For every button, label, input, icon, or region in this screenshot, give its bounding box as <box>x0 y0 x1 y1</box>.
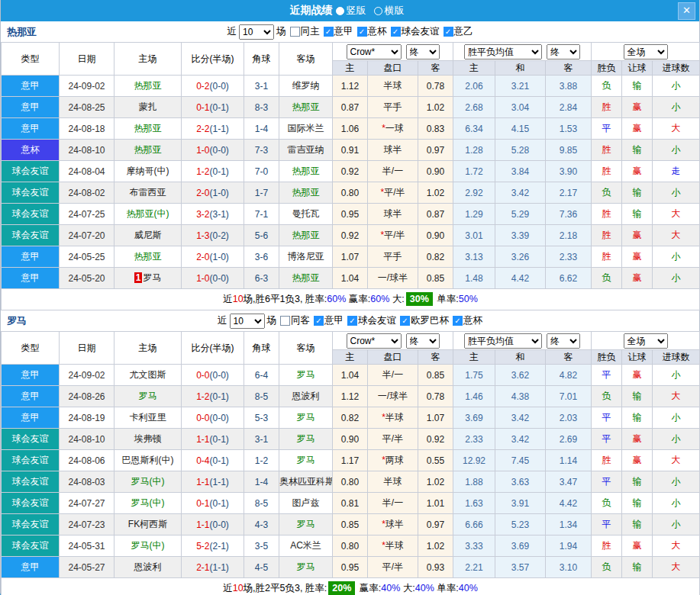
col-corner: 角球 <box>244 43 279 76</box>
vertical-layout-radio[interactable] <box>336 7 344 15</box>
away-team-name: 罗马 <box>297 519 315 529</box>
halftime-score: (2-1) <box>210 541 229 552</box>
goals-cell: 大 <box>653 204 700 225</box>
fulltime-score: 1-3 <box>196 230 209 241</box>
away-team: 热那亚 <box>279 161 333 182</box>
avg-loss-odds: 1.53 <box>546 118 592 140</box>
summary-segment: 近 <box>223 294 233 304</box>
away-team: 热那亚 <box>279 268 333 289</box>
avg-draw-odds: 3.57 <box>495 557 546 578</box>
close-icon[interactable]: ✕ <box>678 2 695 20</box>
col-away: 客场 <box>279 332 333 365</box>
league-checkbox-1[interactable]: ✓ <box>357 27 367 37</box>
league-checkbox-2[interactable]: ✓ <box>400 316 410 326</box>
home-odds: 1.04 <box>333 268 368 289</box>
avg-win-odds: 2.33 <box>453 429 495 450</box>
company-select[interactable]: Crow* <box>347 333 402 349</box>
away-team: 罗马 <box>279 407 333 429</box>
home-team: 尤文图斯 <box>115 365 182 386</box>
avg-win-odds: 1.75 <box>453 365 495 386</box>
fulltime-score: 0-1 <box>196 498 209 509</box>
avg-loss-odds: 7.36 <box>546 204 592 225</box>
match-date: 24-08-02 <box>60 182 115 204</box>
let-cell: 赢 <box>622 536 653 557</box>
same-venue-checkbox[interactable] <box>290 27 300 37</box>
away-team: 罗马 <box>279 514 333 536</box>
handicap-line: 球半 <box>368 140 418 161</box>
games-label: 场 <box>267 314 277 327</box>
home-team: 巴恩斯利(中) <box>115 450 182 471</box>
corner-score: 3-1 <box>244 76 279 97</box>
let-cell: 输 <box>622 493 653 514</box>
col-avg-win: 主 <box>453 350 495 365</box>
match-count-select[interactable]: 10 <box>239 24 274 40</box>
summary-segment: 30% <box>406 292 433 306</box>
fulltime-score: 2-0 <box>196 252 209 262</box>
league-label-1: 球会友谊 <box>358 314 396 327</box>
avg-win-odds: 12.92 <box>453 450 495 471</box>
avg-win-odds: 3.33 <box>453 536 495 557</box>
away-odds: 0.82 <box>418 246 453 268</box>
table-row: 意甲24-09-02热那亚0-2(0-0)3-1维罗纳1.12半球0.782.0… <box>2 76 700 97</box>
match-count-select[interactable]: 10 <box>230 314 265 329</box>
avg-win-odds: 6.66 <box>453 514 495 536</box>
same-venue-checkbox[interactable] <box>280 316 290 326</box>
handicap-line: 半球 <box>368 76 418 97</box>
avg-loss-odds: 7.01 <box>546 386 592 407</box>
handicap-line: 球半 <box>368 204 418 225</box>
corner-score: 1-4 <box>244 471 279 493</box>
halftime-score: (1-1) <box>210 477 229 487</box>
scope-select[interactable]: 全场 <box>624 333 668 349</box>
avg-loss-odds: 3.47 <box>546 471 592 493</box>
summary-segment: 10 <box>233 583 244 593</box>
avg-loss-odds: 4.42 <box>546 493 592 514</box>
handicap-text: 球半 <box>385 519 404 529</box>
home-team-name: 巴恩斯利(中) <box>122 455 174 465</box>
home-team-name: 热那亚 <box>134 144 162 155</box>
avg-loss-odds: 3.10 <box>546 557 592 578</box>
avg-win-odds: 1.88 <box>453 471 495 493</box>
corner-score: 4-3 <box>244 514 279 536</box>
company-select[interactable]: Crow* <box>347 44 402 60</box>
home-team: 卡利亚里 <box>115 407 182 429</box>
league-checkbox-2[interactable]: ✓ <box>391 27 401 37</box>
fulltime-score: 1-2 <box>196 391 209 402</box>
wdl-average-select[interactable]: 胜平负均值 <box>464 333 542 349</box>
away-odds: 1.01 <box>418 493 453 514</box>
handicap-line: 一/球半 <box>368 268 418 289</box>
wdl-final-select[interactable]: 终 <box>547 333 580 349</box>
horizontal-layout-radio[interactable] <box>374 7 382 15</box>
company-final-select[interactable]: 终 <box>406 333 440 349</box>
avg-win-odds: 1.63 <box>453 493 495 514</box>
col-avg-loss: 客 <box>546 61 592 76</box>
scope-select[interactable]: 全场 <box>624 44 668 60</box>
goals-cell: 大 <box>653 450 700 471</box>
away-team-name: AC米兰 <box>290 540 321 551</box>
table-row: 意甲24-08-19卡利亚里0-0(0-0)5-3罗马0.82*半球1.073.… <box>2 407 700 429</box>
league-badge: 球会友谊 <box>2 450 60 471</box>
league-checkbox-3[interactable]: ✓ <box>453 316 463 326</box>
avg-win-odds: 2.92 <box>453 182 495 204</box>
company-final-select[interactable]: 终 <box>406 44 440 60</box>
table-row: 意甲24-05-27恩波利2-1(1-1)4-5罗马0.95平/半0.932.2… <box>2 557 700 578</box>
away-team: 热那亚 <box>279 225 333 246</box>
result-cell: 胜 <box>592 225 622 246</box>
scope-group: 全场 <box>592 43 700 61</box>
league-checkbox-1[interactable]: ✓ <box>347 316 357 326</box>
avg-loss-odds: 3.90 <box>546 161 592 182</box>
home-team-name: 摩纳哥(中) <box>127 166 169 176</box>
wdl-average-select[interactable]: 胜平负均值 <box>464 44 542 60</box>
wdl-final-select[interactable]: 终 <box>547 44 580 60</box>
avg-draw-odds: 3.91 <box>495 493 546 514</box>
league-checkbox-0[interactable]: ✓ <box>314 316 324 326</box>
league-label-0: 意甲 <box>334 25 353 38</box>
home-team: 恩波利 <box>115 557 182 578</box>
summary-segment: 60% <box>370 294 389 304</box>
league-checkbox-0[interactable]: ✓ <box>324 27 334 37</box>
league-checkbox-3[interactable]: ✓ <box>444 27 453 37</box>
avg-draw-odds: 4.42 <box>495 268 546 289</box>
match-date: 24-08-03 <box>60 471 115 493</box>
home-team-name: 埃弗顿 <box>134 433 162 444</box>
fulltime-score: 1-1 <box>196 434 209 445</box>
summary-row: 近10场,胜2平5负3, 胜率:20% 赢率:40% 大:40% 单率:40% <box>2 578 700 595</box>
